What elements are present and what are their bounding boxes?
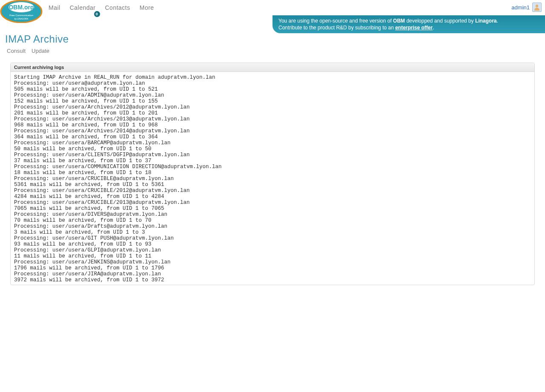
svg-text:by LINAGORA: by LINAGORA xyxy=(14,17,29,20)
panel-body[interactable]: Starting IMAP Archive in REAL_RUN for do… xyxy=(11,72,534,285)
log-output: Starting IMAP Archive in REAL_RUN for do… xyxy=(14,74,531,283)
banner-line1-mid: developped and supported by xyxy=(405,18,475,24)
banner-company: Linagora xyxy=(475,18,497,24)
nav-mail[interactable]: Mail xyxy=(49,4,60,11)
user-box: admin1 xyxy=(511,3,542,12)
panel-header: Current archiving logs xyxy=(11,63,534,72)
obm-logo[interactable]: OBM.org Free Communication by LINAGORA xyxy=(0,0,43,23)
banner-line1-post: . xyxy=(497,18,498,24)
nav-contacts[interactable]: Contacts xyxy=(105,4,130,11)
svg-point-6 xyxy=(536,5,538,7)
banner-line1-pre: You are using the open-source and free v… xyxy=(278,18,393,24)
main-nav: Mail Calendar 0 Contacts More xyxy=(49,0,154,11)
user-name-link[interactable]: admin1 xyxy=(511,4,530,11)
tab-consult[interactable]: Consult xyxy=(7,48,26,54)
nav-calendar-label: Calendar xyxy=(70,4,96,11)
avatar-icon[interactable] xyxy=(532,3,542,12)
tab-update[interactable]: Update xyxy=(32,48,49,54)
sub-nav: Consult Update xyxy=(7,48,545,54)
nav-more[interactable]: More xyxy=(140,4,154,11)
calendar-badge: 0 xyxy=(94,11,100,17)
nav-calendar[interactable]: Calendar 0 xyxy=(70,4,96,11)
topbar: OBM.org Free Communication by LINAGORA M… xyxy=(0,0,545,23)
info-banner: You are using the open-source and free v… xyxy=(272,15,545,33)
page-title: IMAP Archive xyxy=(5,33,545,45)
banner-line2-post: . xyxy=(433,25,434,31)
banner-line2-pre: Contribute to the product R&D by subscri… xyxy=(278,25,395,31)
log-panel: Current archiving logs Starting IMAP Arc… xyxy=(10,63,535,285)
enterprise-offer-link[interactable]: enterprise offer xyxy=(395,25,433,31)
svg-text:Free Communication: Free Communication xyxy=(9,14,33,17)
svg-text:OBM.org: OBM.org xyxy=(9,4,34,11)
banner-brand: OBM xyxy=(393,18,405,24)
